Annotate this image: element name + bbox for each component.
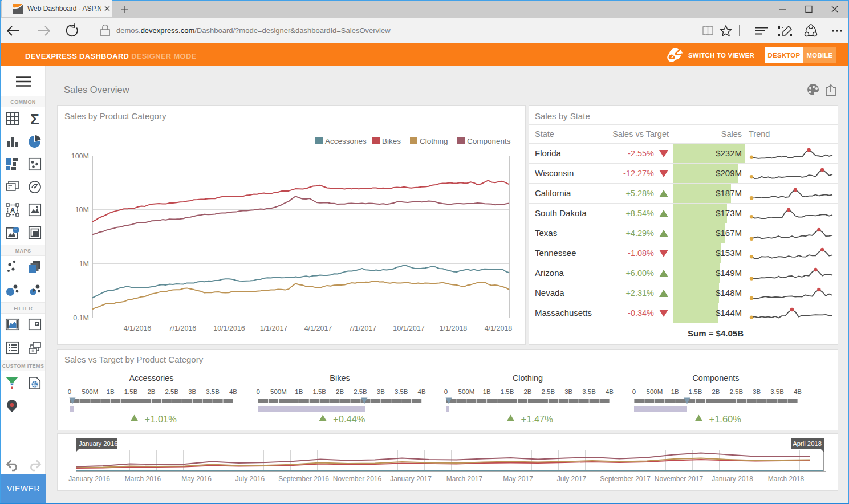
svg-text:September 2016: September 2016 (278, 475, 329, 483)
svg-text:November 2016: November 2016 (333, 475, 382, 483)
svg-text:May 2017: May 2017 (503, 475, 533, 483)
svg-text:March 2017: March 2017 (446, 475, 483, 483)
svg-text:April 2018: April 2018 (793, 440, 822, 447)
svg-text:March 2016: March 2016 (125, 475, 161, 483)
svg-text:January 2016: January 2016 (68, 475, 110, 483)
svg-text:January 2018: January 2018 (712, 475, 753, 483)
svg-text:March 2018: March 2018 (768, 475, 805, 483)
svg-text:July 2016: July 2016 (235, 475, 265, 483)
svg-text:September 2017: September 2017 (600, 475, 651, 483)
svg-text:November 2017: November 2017 (655, 475, 704, 483)
svg-text:July 2017: July 2017 (557, 475, 587, 483)
svg-text:January 2017: January 2017 (390, 475, 432, 483)
svg-text:May 2016: May 2016 (181, 475, 212, 483)
svg-text:January 2016: January 2016 (79, 440, 117, 447)
